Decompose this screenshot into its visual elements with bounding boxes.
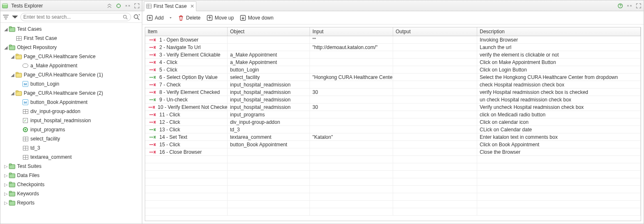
tree-item[interactable]: btbutton_Book Appointment — [0, 98, 142, 107]
twisty-icon[interactable]: ▷ — [3, 182, 9, 187]
table-row[interactable]: 3 - Verify Element Clickablea_Make Appoi… — [145, 51, 641, 59]
table-row[interactable]: 9 - Un-checkinput_hospital_readmissionun… — [145, 96, 641, 103]
table-row-empty[interactable] — [145, 208, 641, 216]
editor-minimize-icon[interactable] — [626, 2, 633, 9]
search-box[interactable] — [20, 13, 131, 21]
tree-item[interactable]: ◢Page_CURA Healthcare Service (2) — [0, 89, 142, 98]
search-input[interactable] — [23, 14, 122, 20]
col-header-object[interactable]: Object — [228, 27, 310, 36]
table-row-empty[interactable] — [145, 186, 641, 193]
step-status-icon — [148, 38, 157, 42]
twisty-icon[interactable]: ◢ — [10, 72, 15, 78]
table-row[interactable]: 5 - Clickbutton_LoginClick on Login Butt… — [145, 66, 641, 74]
table-row-empty[interactable] — [145, 193, 641, 201]
tree-item[interactable]: ◢Page_CURA Healthcare Service (1) — [0, 70, 142, 79]
twisty-icon[interactable]: ◢ — [10, 54, 15, 59]
editor-maximize-icon[interactable] — [635, 2, 642, 9]
tree-item[interactable]: textarea_comment — [0, 153, 142, 162]
tree-item-label: input_programs — [30, 127, 65, 133]
advanced-search-icon[interactable] — [133, 13, 140, 21]
step-status-icon — [148, 60, 157, 64]
twisty-icon[interactable]: ◢ — [3, 27, 9, 32]
table-row[interactable]: 2 - Navigate To Url"http://demoaut.katal… — [145, 44, 641, 51]
tree-item[interactable]: ▷Keywords — [0, 189, 142, 198]
table-row[interactable]: 16 - Close BrowserClose the Browser — [145, 148, 641, 156]
add-button[interactable]: Add — [146, 13, 164, 22]
twisty-icon[interactable]: ▷ — [3, 173, 9, 178]
table-row-empty[interactable] — [145, 201, 641, 208]
checkbox-object-icon: ✓ — [22, 117, 29, 124]
link-with-editor-icon[interactable] — [115, 2, 122, 9]
radio-object-icon — [22, 126, 29, 133]
tree-view[interactable]: ◢Test CasesFirst Test Case◢Object Reposi… — [0, 23, 142, 224]
cell-description: Invoking Browser — [480, 37, 518, 43]
cell-item: 2 - Navigate To Url — [159, 44, 201, 50]
table-row[interactable]: 6 - Select Option By Valueselect_facilit… — [145, 74, 641, 81]
twisty-icon[interactable]: ▷ — [3, 200, 9, 206]
tree-item[interactable]: ▷Reports — [0, 198, 142, 207]
tree-item[interactable]: ✓input_hospital_readmission — [0, 116, 142, 125]
table-row[interactable]: 8 - Verify Element Checkedinput_hospital… — [145, 89, 641, 96]
step-status-icon — [148, 53, 157, 57]
svg-rect-16 — [9, 164, 12, 165]
col-header-item[interactable]: Item — [145, 27, 228, 36]
table-row[interactable]: 4 - Clicka_Make AppointmentClick on Make… — [145, 59, 641, 66]
search-icon[interactable] — [122, 14, 128, 20]
table-row-empty[interactable] — [145, 171, 641, 178]
tree-item[interactable]: input_programs — [0, 125, 142, 134]
table-row[interactable]: 14 - Set Texttextarea_comment"Katalon"En… — [145, 133, 641, 141]
maximize-icon[interactable] — [134, 2, 140, 9]
tree-item[interactable]: select_facility — [0, 134, 142, 143]
tree-item-label: div_input-group-addon — [30, 108, 80, 114]
minimize-icon[interactable] — [124, 2, 131, 9]
svg-point-3 — [124, 15, 126, 18]
table-row[interactable]: 11 - Clickinput_programsclick on Medicad… — [145, 111, 641, 118]
table-row[interactable]: 7 - Checkinput_hospital_readmissioncheck… — [145, 81, 641, 89]
step-status-icon — [148, 83, 157, 87]
close-tab-icon[interactable]: ✕ — [190, 3, 194, 9]
table-row[interactable]: 10 - Verify Element Not Checkedinput_hos… — [145, 103, 641, 111]
grid-icon — [22, 108, 29, 115]
col-header-input[interactable]: Input — [310, 27, 393, 36]
grid-body[interactable]: 1 - Open Browser""Invoking Browser2 - Na… — [145, 36, 641, 221]
table-row-empty[interactable] — [145, 156, 641, 163]
tree-item[interactable]: ▷Checkpoints — [0, 180, 142, 189]
table-row[interactable]: 13 - Clicktd_3CLick on Calendar date — [145, 126, 641, 133]
col-header-output[interactable]: Output — [393, 27, 477, 36]
table-row-empty[interactable] — [145, 163, 641, 171]
delete-button[interactable]: Delete — [177, 13, 201, 22]
collapse-all-icon[interactable] — [106, 2, 113, 9]
tree-item[interactable]: div_input-group-addon — [0, 107, 142, 116]
move-down-button[interactable]: Move down — [239, 13, 274, 22]
tree-item[interactable]: td_3 — [0, 143, 142, 153]
tree-item[interactable]: ▷Test Suites — [0, 162, 142, 171]
tree-item-label: Keywords — [17, 191, 39, 197]
twisty-icon[interactable]: ▷ — [3, 164, 9, 169]
tree-item[interactable]: btbutton_Login — [0, 79, 142, 89]
add-menu-chevron-icon[interactable] — [168, 13, 173, 22]
table-row-empty[interactable] — [145, 178, 641, 186]
editor-tab[interactable]: First Test Case ✕ — [144, 1, 196, 11]
tree-item[interactable]: ◢Page_CURA Healthcare Service — [0, 52, 142, 61]
twisty-icon[interactable]: ◢ — [10, 91, 15, 96]
tree-item[interactable]: First Test Case — [0, 34, 142, 43]
tree-item[interactable]: ◢Object Repository — [0, 43, 142, 52]
help-icon[interactable] — [617, 2, 624, 9]
folder-icon — [9, 199, 15, 206]
tree-item[interactable]: a_Make Appointment — [0, 61, 142, 70]
table-row[interactable]: 15 - Clickbutton_Book AppointmentClick o… — [145, 141, 641, 148]
cell-item: 9 - Un-check — [159, 97, 188, 103]
table-row[interactable]: 1 - Open Browser""Invoking Browser — [145, 36, 641, 44]
tree-item[interactable]: ▷Data Files — [0, 171, 142, 180]
filter-menu-chevron-icon[interactable] — [11, 13, 19, 21]
move-up-button[interactable]: Move up — [206, 13, 235, 22]
svg-rect-20 — [9, 182, 12, 183]
col-header-description[interactable]: Description — [477, 27, 641, 36]
twisty-icon[interactable]: ◢ — [3, 45, 9, 50]
twisty-icon[interactable]: ▷ — [3, 191, 9, 197]
svg-rect-25 — [146, 4, 151, 8]
filter-icon[interactable] — [2, 13, 10, 21]
tests-explorer-icon — [2, 3, 8, 9]
tree-item[interactable]: ◢Test Cases — [0, 25, 142, 34]
table-row[interactable]: 12 - Clickdiv_input-group-addonClick on … — [145, 118, 641, 126]
